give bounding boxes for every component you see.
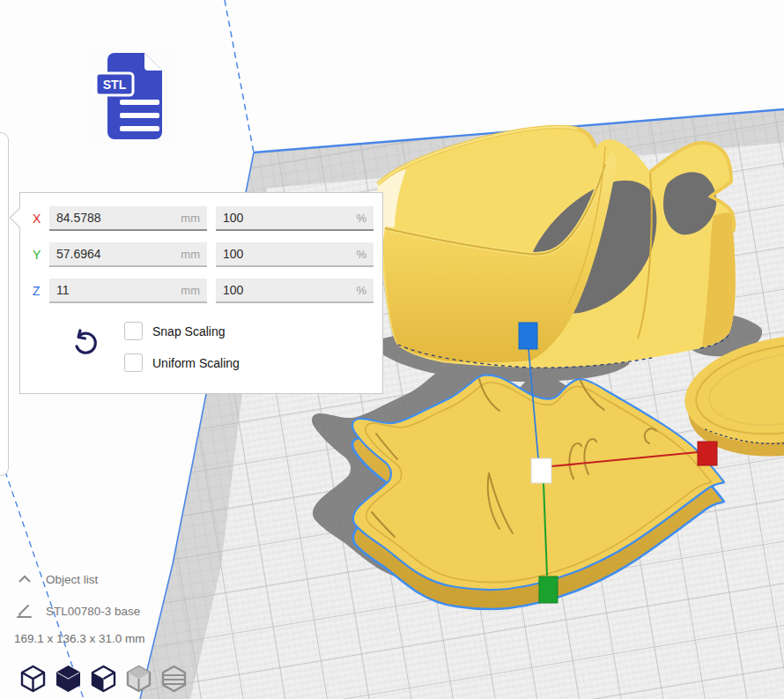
scaling-checkboxes: Snap Scaling Uniform Scaling: [124, 322, 240, 385]
stl-file-icon: STL: [88, 44, 180, 148]
scale-x-percent-field: %: [216, 206, 374, 231]
snap-scaling-row: Snap Scaling: [124, 322, 240, 340]
cube-face-button[interactable]: [91, 665, 116, 693]
snap-scaling-label: Snap Scaling: [152, 324, 226, 338]
axis-y-label: Y: [33, 248, 49, 262]
cube-solid-button[interactable]: [55, 665, 81, 693]
stl-badge-label: STL: [103, 78, 127, 92]
scale-handle-z[interactable]: [519, 323, 537, 349]
cube-layers-button[interactable]: [161, 665, 187, 693]
cube-solid-icon: [55, 665, 81, 693]
scale-row-y: Y mm %: [20, 242, 382, 268]
cube-wireframe-button[interactable]: [20, 665, 46, 693]
snap-scaling-checkbox[interactable]: [124, 322, 143, 340]
scale-tool-panel: X mm % Y mm % Z mm: [19, 192, 383, 394]
chevron-up-icon[interactable]: [18, 575, 32, 584]
application-window: STL X mm % Y mm: [0, 0, 784, 699]
scale-x-mm-input[interactable]: [49, 206, 207, 231]
pencil-icon[interactable]: [16, 602, 33, 620]
cube-ghost-icon: [126, 665, 152, 693]
axis-x-label: X: [33, 212, 49, 226]
object-list-section: Object list STL00780-3 base 169.1 x 136.…: [14, 569, 226, 645]
scale-z-percent-field: %: [216, 279, 374, 303]
reset-scale-button[interactable]: [70, 327, 101, 362]
axis-z-label: Z: [33, 284, 49, 298]
buildvolume-back-edge: [225, 0, 254, 152]
scale-z-mm-field: mm: [49, 279, 207, 303]
scale-z-percent-input[interactable]: [216, 279, 374, 303]
uniform-scaling-row: Uniform Scaling: [124, 353, 240, 372]
scale-row-x: X mm %: [20, 205, 382, 232]
cube-face-filled-icon: [91, 665, 116, 693]
scale-y-percent-field: %: [216, 242, 374, 267]
object-dimensions: 169.1 x 136.3 x 31.0 mm: [14, 632, 226, 645]
scale-z-mm-input[interactable]: [49, 279, 207, 303]
folded-corner: [144, 53, 162, 71]
object-icons-row: [20, 665, 187, 693]
object-name: STL00780-3 base: [46, 605, 140, 618]
cutter-model[interactable]: [378, 127, 736, 368]
scale-y-percent-input[interactable]: [216, 242, 374, 267]
object-list-item[interactable]: STL00780-3 base: [14, 600, 226, 621]
tool-sidebar-edge: [0, 132, 9, 476]
cube-layers-icon: [161, 665, 187, 693]
scale-x-mm-field: mm: [49, 206, 207, 231]
uniform-scaling-checkbox[interactable]: [124, 353, 143, 372]
scale-handle-y[interactable]: [539, 576, 558, 603]
rotate-ccw-icon: [71, 329, 100, 359]
scale-handle-center[interactable]: [531, 458, 551, 483]
scale-y-mm-field: mm: [49, 242, 207, 267]
scale-handle-x[interactable]: [698, 442, 717, 465]
cube-ghost-button[interactable]: [126, 665, 152, 693]
scale-row-z: Z mm %: [20, 278, 382, 304]
uniform-scaling-label: Uniform Scaling: [152, 356, 240, 370]
object-list-header-row[interactable]: Object list: [14, 569, 226, 590]
scale-options: Snap Scaling Uniform Scaling: [20, 322, 382, 385]
cube-wireframe-icon: [20, 665, 46, 693]
object-list-title: Object list: [46, 573, 98, 586]
scale-x-percent-input[interactable]: [216, 206, 374, 231]
scale-y-mm-input[interactable]: [49, 242, 207, 267]
